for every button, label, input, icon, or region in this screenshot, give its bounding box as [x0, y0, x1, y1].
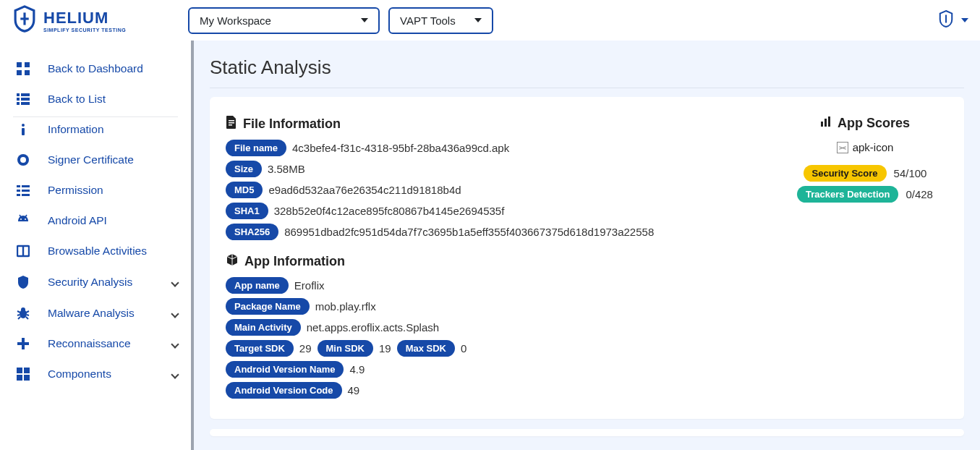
- shield-icon: [13, 275, 33, 289]
- svg-rect-5: [17, 70, 22, 75]
- sidebar-item-malware-analysis[interactable]: Malware Analysis: [0, 298, 191, 328]
- sidebar-item-permission[interactable]: Permission: [0, 175, 191, 205]
- file-and-app-info: File Information File name4c3befe4-f31c-…: [226, 111, 762, 403]
- next-card-peek: [210, 429, 964, 436]
- info-icon: [13, 123, 33, 136]
- label-target-sdk: Target SDK: [226, 340, 294, 357]
- sidebar-item-reconnaissance[interactable]: Reconnaissance: [0, 328, 191, 359]
- svg-line-35: [18, 317, 20, 319]
- divider: [210, 88, 964, 88]
- label-app-name: App name: [226, 277, 289, 294]
- label-min-sdk: Min SDK: [318, 340, 373, 357]
- android-icon: [13, 214, 33, 227]
- svg-line-31: [17, 311, 20, 313]
- svg-rect-11: [17, 102, 20, 105]
- svg-rect-42: [24, 375, 30, 381]
- sidebar-item-label: Browsable Activities: [48, 245, 147, 258]
- chevron-down-icon: [172, 368, 178, 381]
- svg-point-13: [22, 124, 25, 127]
- sidebar-item-back-list[interactable]: Back to List: [0, 84, 191, 114]
- permissions-icon: [13, 184, 33, 197]
- value-md5: e9ad6d532aa76e26354c211d91818b4d: [268, 184, 461, 196]
- svg-line-26: [25, 215, 27, 217]
- caret-down-icon: [961, 18, 968, 22]
- account-menu[interactable]: [938, 9, 968, 31]
- sidebar-item-security-analysis[interactable]: Security Analysis: [0, 266, 191, 298]
- label-max-sdk: Max SDK: [397, 340, 455, 357]
- svg-rect-39: [17, 368, 22, 373]
- svg-rect-3: [17, 62, 22, 67]
- svg-rect-18: [22, 185, 30, 187]
- label-sha256: SHA256: [226, 224, 278, 240]
- value-max-sdk: 0: [461, 342, 466, 355]
- svg-rect-8: [21, 93, 30, 96]
- svg-point-16: [20, 157, 26, 163]
- sidebar-item-android-api[interactable]: Android API: [0, 205, 191, 236]
- sidebar-item-label: Back to Dashboard: [48, 62, 143, 75]
- broken-image-icon: [837, 142, 848, 153]
- shield-icon: [938, 9, 954, 31]
- svg-rect-12: [21, 102, 30, 105]
- list-icon: [13, 93, 33, 106]
- caret-down-icon: [474, 18, 482, 22]
- app-scores-panel: App Scores apk-icon Security Score 54/10…: [782, 111, 948, 403]
- sidebar-item-components[interactable]: Components: [0, 359, 191, 389]
- svg-rect-45: [229, 124, 232, 126]
- svg-line-32: [26, 311, 29, 313]
- tools-select[interactable]: VAPT Tools: [388, 7, 493, 34]
- svg-rect-6: [25, 70, 30, 75]
- sidebar-item-label: Reconnaissance: [48, 337, 131, 350]
- label-version-name: Android Version Name: [226, 361, 344, 378]
- brand-tagline: SIMPLIFY SECURITY TESTING: [43, 27, 126, 33]
- brand-name: HELIUM: [43, 9, 126, 27]
- chevron-down-icon: [172, 337, 178, 350]
- value-trackers-detection: 0/428: [906, 188, 933, 200]
- bug-icon: [13, 307, 33, 320]
- sidebar-item-label: Malware Analysis: [48, 307, 135, 320]
- label-security-score: Security Score: [804, 165, 887, 182]
- sidebar-item-signer-certificate[interactable]: Signer Certificate: [0, 145, 191, 175]
- svg-rect-44: [229, 122, 234, 124]
- page-title: Static Analysis: [210, 56, 964, 79]
- value-min-sdk: 19: [379, 342, 391, 355]
- plus-icon: [13, 337, 33, 350]
- value-sha256: 869951dbad2fc951d54da7f7c3695b1a5eff355f…: [284, 226, 654, 238]
- sidebar-item-label: Security Analysis: [48, 276, 132, 289]
- label-version-code: Android Version Code: [226, 382, 342, 399]
- label-size: Size: [226, 161, 262, 177]
- svg-line-25: [20, 215, 21, 217]
- svg-rect-9: [17, 98, 20, 101]
- value-main-activity: net.apps.eroflix.acts.Splash: [307, 321, 439, 334]
- svg-rect-10: [21, 98, 30, 101]
- svg-rect-46: [821, 122, 823, 127]
- label-trackers-detection: Trackers Detection: [797, 186, 898, 203]
- svg-point-30: [21, 307, 25, 312]
- value-version-code: 49: [348, 384, 360, 396]
- label-sha1: SHA1: [226, 203, 268, 219]
- svg-rect-19: [17, 190, 20, 192]
- sidebar-item-back-dashboard[interactable]: Back to Dashboard: [0, 54, 191, 84]
- shield-icon: [12, 4, 38, 36]
- tools-select-value: VAPT Tools: [400, 14, 456, 27]
- chevron-down-icon: [172, 307, 178, 320]
- components-icon: [13, 368, 33, 381]
- sidebar-item-label: Back to List: [48, 93, 106, 106]
- svg-rect-21: [17, 194, 20, 196]
- browsable-icon: [13, 245, 33, 258]
- value-target-sdk: 29: [299, 342, 312, 355]
- svg-rect-14: [22, 128, 25, 135]
- svg-line-33: [17, 315, 20, 315]
- sidebar-item-information[interactable]: Information: [0, 114, 191, 145]
- workspace-select[interactable]: My Workspace: [188, 7, 380, 34]
- file-info-heading: File Information: [226, 116, 762, 132]
- brand-logo: HELIUM SIMPLIFY SECURITY TESTING: [12, 4, 188, 36]
- svg-rect-47: [825, 119, 827, 127]
- label-package-name: Package Name: [226, 298, 310, 315]
- app-scores-heading: App Scores: [782, 116, 948, 131]
- sidebar-item-label: Permission: [48, 184, 103, 197]
- value-version-name: 4.9: [349, 363, 365, 375]
- sidebar-item-browsable-activities[interactable]: Browsable Activities: [0, 236, 191, 266]
- value-package-name: mob.play.rflx: [315, 300, 376, 313]
- svg-rect-22: [22, 194, 30, 196]
- apk-icon-placeholder: apk-icon: [837, 141, 894, 153]
